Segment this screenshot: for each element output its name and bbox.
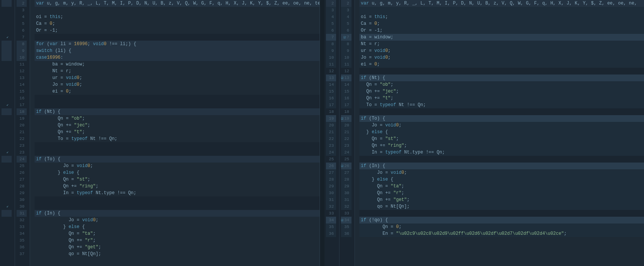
right-left-nums: 2345678910111213141516171819202122232425…: [324, 0, 339, 266]
line-number: 23: [17, 142, 27, 149]
code-line: Qn = 0;: [359, 223, 644, 230]
line-number: 2: [17, 0, 27, 7]
line-number: 28: [341, 176, 352, 183]
line-number: 5: [326, 20, 336, 27]
code-line: } else {: [359, 176, 644, 183]
code-line: Qn += "r";: [35, 237, 320, 244]
line-number: 23: [341, 142, 352, 149]
line-number: 17: [341, 102, 352, 108]
code-line: ur = void 0;: [35, 74, 320, 81]
code-line: [359, 68, 644, 74]
code-line: if (Nt) {: [35, 108, 320, 115]
line-number: 24: [341, 149, 352, 156]
line-number: ↙: [2, 203, 12, 210]
code-line: [359, 156, 644, 163]
code-line: Jo = void 0;: [359, 169, 644, 176]
code-line: Nt = r;: [359, 41, 644, 47]
code-line: To = typeof Nt !== Qn;: [35, 135, 320, 142]
line-number: 23: [17, 149, 27, 156]
line-number: 7: [326, 34, 336, 41]
code-line: if (Nt) {: [359, 74, 644, 81]
code-line: [359, 210, 644, 217]
line-number: 8: [341, 41, 352, 47]
line-number: 36: [341, 230, 352, 237]
line-number: 22: [17, 135, 27, 142]
line-number: 13: [17, 74, 27, 81]
line-number: 28: [326, 176, 336, 183]
line-number: 25: [326, 156, 336, 163]
line-number: [2, 244, 12, 251]
line-number: 27: [341, 169, 352, 176]
code-line: [35, 149, 320, 156]
line-number: 14: [326, 81, 336, 88]
right-code-area[interactable]: 2345678910111213141516171819202122232425…: [324, 0, 644, 266]
code-line: Qn = "st";: [359, 135, 644, 142]
line-number: 15: [326, 88, 336, 95]
line-number: 11: [17, 61, 27, 68]
line-number: [2, 183, 12, 190]
code-line: oi = this;: [35, 14, 320, 20]
code-line: for (var li = 16996; void 0 !== li;) {: [35, 41, 320, 47]
line-number: [2, 169, 12, 176]
code-line: ei = 0;: [35, 88, 320, 95]
line-number: 32: [326, 203, 336, 210]
line-number: [2, 223, 12, 230]
line-number: 32: [17, 217, 27, 223]
check-icon[interactable]: ☑: [341, 217, 344, 223]
check-icon[interactable]: ☑: [341, 74, 344, 81]
line-number: 11: [341, 61, 352, 68]
line-number: [2, 68, 12, 74]
left-code-area[interactable]: ↙↙↙↙ 23456789101112131415161718192021222…: [0, 0, 320, 266]
line-number: ☑7: [341, 34, 352, 41]
check-icon[interactable]: ☑: [341, 115, 344, 122]
check-icon[interactable]: ☑: [344, 34, 346, 41]
line-number: 2: [326, 0, 336, 7]
line-number: 15: [17, 88, 27, 95]
line-number: 30: [17, 203, 27, 210]
code-line: Jo = void 0;: [359, 122, 644, 129]
code-line: } else {: [35, 223, 320, 230]
code-line: } else {: [359, 129, 644, 135]
line-number: 13: [326, 74, 336, 81]
code-line: [35, 203, 320, 210]
line-number: 27: [17, 176, 27, 183]
code-line: ba = window;: [35, 61, 320, 68]
line-number: 12: [326, 68, 336, 74]
line-number: [2, 54, 12, 61]
line-number: 24: [17, 156, 27, 163]
code-line: [359, 108, 644, 115]
code-line: Qn += "jec";: [359, 88, 644, 95]
line-number: 6: [326, 27, 336, 34]
code-line: qo = Nt[Qn];: [35, 251, 320, 257]
line-number: 20: [326, 122, 336, 129]
fold-icon[interactable]: ↙: [6, 34, 9, 41]
line-number: [2, 14, 12, 20]
fold-icon[interactable]: ↙: [6, 203, 9, 210]
line-number: [2, 95, 12, 102]
diff-view: ↙↙↙↙ 23456789101112131415161718192021222…: [0, 0, 644, 266]
line-number: 26: [17, 169, 27, 176]
code-line: [35, 34, 320, 41]
code-line: Qn += "r";: [359, 190, 644, 196]
code-line: Or = -1;: [35, 27, 320, 34]
left-line-numbers: ↙↙↙↙: [0, 0, 15, 266]
right-pane: 2345678910111213141516171819202122232425…: [324, 0, 644, 266]
code-line: if (To) {: [35, 156, 320, 163]
line-number: 17: [326, 102, 336, 108]
fold-icon[interactable]: ↙: [6, 149, 9, 156]
line-number: 20: [341, 122, 352, 129]
code-line: ba = window;: [359, 34, 644, 41]
fold-icon[interactable]: ↙: [6, 102, 9, 108]
line-number: 31: [341, 196, 352, 203]
left-code-content: var u, g, m, y, R, _, L, T, M, I, P, D, …: [30, 0, 320, 266]
line-number: 29: [326, 183, 336, 190]
code-line: [35, 196, 320, 203]
line-number: 12: [17, 68, 27, 74]
line-number: [2, 142, 12, 149]
line-number: 3: [341, 7, 352, 14]
line-number: 31: [326, 196, 336, 203]
code-line: [35, 142, 320, 149]
line-number: 21: [341, 129, 352, 135]
code-line: switch (li) {: [35, 47, 320, 54]
check-icon[interactable]: ☑: [341, 163, 344, 169]
